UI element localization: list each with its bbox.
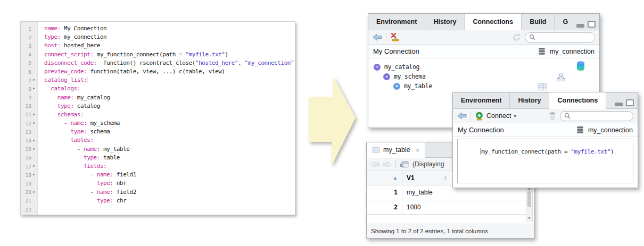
search-input[interactable]: [538, 33, 591, 41]
tab-environment[interactable]: Environment: [453, 92, 510, 108]
connection-name: My Connection: [458, 126, 504, 134]
table-row: 2 1000: [367, 200, 534, 215]
viewer-tab-label: my_table: [383, 146, 410, 154]
pane-tab-bar: Environment History Connections: [453, 92, 638, 109]
fold-arrow-icon[interactable]: ▾: [31, 121, 36, 125]
yaml-editor[interactable]: 1234567▾8▾91011▾12▾1314▾15▾1617▾18▾1920▾…: [20, 21, 295, 215]
editor-code-lines[interactable]: name: My Connectiontype: my_connectionho…: [38, 22, 295, 215]
row-number-cell: 1: [367, 185, 402, 200]
expand-play-icon[interactable]: ▶: [393, 83, 400, 90]
connections-tree: ▾ my_catalog ▾ my_schema ▶ my_table: [368, 58, 599, 91]
transform-arrow: [296, 67, 360, 173]
text-cursor: [87, 77, 87, 83]
new-connection-button[interactable]: Connect ▾: [475, 112, 516, 121]
tab-connections[interactable]: Connections: [465, 14, 522, 30]
connections-toolbar: [368, 30, 599, 45]
refresh-icon[interactable]: [512, 33, 521, 42]
column-header-v1[interactable]: V1 ▲▼: [402, 171, 450, 185]
nav-back-icon[interactable]: [371, 161, 379, 168]
connections-search[interactable]: [525, 32, 595, 43]
connection-header-row: My Connection my_connection: [453, 123, 638, 137]
close-tab-icon[interactable]: ×: [416, 146, 420, 154]
minimize-pane-icon[interactable]: [615, 103, 623, 106]
sort-toggle-icon: ▲▼: [444, 175, 447, 181]
search-input[interactable]: [573, 112, 629, 120]
value-cell: my_table: [402, 185, 450, 200]
search-icon: [529, 34, 535, 40]
scrollbar-thumb[interactable]: [527, 191, 531, 207]
minimize-pane-icon[interactable]: [576, 24, 584, 28]
connection-id: my_connection: [588, 126, 633, 134]
maximize-pane-icon[interactable]: [588, 21, 596, 28]
value-cell: 1000: [402, 200, 450, 215]
maximize-pane-icon[interactable]: [626, 99, 634, 106]
fold-arrow-icon[interactable]: ▾: [31, 190, 36, 194]
tree-label: my_table: [404, 82, 432, 90]
connect-label: Connect: [486, 112, 511, 120]
fold-arrow-icon[interactable]: ▾: [31, 113, 36, 117]
fold-arrow-icon[interactable]: ▾: [31, 173, 36, 177]
editor-gutter[interactable]: 1234567▾8▾91011▾12▾1314▾15▾1617▾18▾1920▾…: [21, 22, 38, 215]
new-connection-icon: [475, 112, 484, 121]
tab-history[interactable]: History: [425, 14, 465, 30]
sort-ascending-icon: ▲: [393, 175, 398, 181]
tree-label: my_schema: [394, 73, 426, 80]
database-stack-icon: [576, 126, 584, 134]
connection-id: my_connection: [550, 48, 595, 55]
back-arrow-icon[interactable]: [373, 33, 382, 41]
arrow-shape: [309, 76, 356, 166]
displaying-text: (Displaying: [412, 160, 444, 168]
fold-arrow-icon[interactable]: ▾: [31, 147, 36, 151]
tab-build[interactable]: Build: [522, 14, 555, 30]
back-arrow-icon[interactable]: [457, 112, 467, 120]
table-icon: [538, 83, 547, 92]
fold-arrow-icon[interactable]: ▾: [31, 87, 36, 91]
database-stack-icon: [538, 47, 546, 55]
database-icon: [576, 61, 585, 73]
column-label: V1: [407, 174, 415, 182]
tab-git-clipped[interactable]: G: [555, 14, 570, 30]
collapse-chevron-icon[interactable]: ▾: [374, 64, 381, 71]
chevron-down-icon: ▾: [514, 113, 517, 118]
tree-item-my-catalog[interactable]: ▾ my_catalog: [368, 62, 599, 72]
tree-label: my_catalog: [384, 63, 419, 71]
pane-tab-bar: Environment History Connections Build G: [368, 14, 599, 30]
table-icon: [372, 147, 380, 154]
fold-arrow-icon[interactable]: ▾: [31, 164, 36, 168]
fold-arrow-icon[interactable]: ▾: [31, 139, 36, 143]
connect-code-box[interactable]: my_function_connect(path = "myfile.txt"): [457, 139, 633, 183]
tab-environment[interactable]: Environment: [368, 14, 425, 30]
screenshot-canvas: 1234567▾8▾91011▾12▾1314▾15▾1617▾18▾1920▾…: [0, 0, 644, 246]
connection-name: My Connection: [373, 47, 419, 55]
vertical-scrollbar[interactable]: ▲ ▼: [526, 185, 533, 222]
collapse-chevron-icon[interactable]: ▾: [383, 73, 390, 80]
scroll-down-icon[interactable]: ▼: [527, 216, 531, 221]
connections-search[interactable]: [560, 111, 633, 121]
disconnect-icon[interactable]: [390, 33, 400, 41]
connect-code-line: my_function_connect(path = "myfile.txt"): [481, 148, 614, 155]
open-in-new-window-icon[interactable]: [400, 160, 409, 168]
connection-header-row: My Connection my_connection: [368, 45, 599, 58]
search-icon: [564, 113, 571, 119]
connections-toolbar: Connect ▾: [453, 109, 638, 123]
connections-pane-front: Environment History Connections: [452, 92, 638, 188]
row-number-header[interactable]: ▲: [367, 171, 402, 185]
trash-icon[interactable]: [549, 112, 556, 120]
tab-connections[interactable]: Connections: [549, 92, 606, 109]
entries-summary: Showing 1 to 2 of 2 entries, 1 total col…: [371, 228, 488, 234]
fold-arrow-icon[interactable]: ▾: [31, 78, 36, 82]
viewer-status-bar: Showing 1 to 2 of 2 entries, 1 total col…: [367, 224, 534, 238]
nav-forward-icon[interactable]: [383, 161, 392, 168]
row-number-cell: 2: [367, 200, 402, 215]
tab-history[interactable]: History: [510, 92, 549, 108]
schema-icon: [557, 73, 565, 84]
tab-my-table[interactable]: my_table ×: [367, 142, 425, 158]
